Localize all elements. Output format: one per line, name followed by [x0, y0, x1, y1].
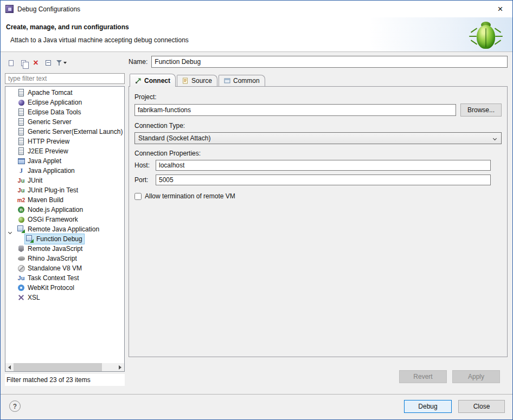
debug-configurations-dialog: Debug Configurations Create, manage, and… — [0, 0, 513, 420]
configurations-tree: Apache Tomcat Eclipse Application Eclips… — [5, 86, 125, 372]
server-icon — [17, 108, 25, 117]
tab-common[interactable]: Common — [219, 75, 265, 86]
header-title: Create, manage, and run configurations — [6, 23, 129, 31]
sidebar-toolbar — [5, 56, 125, 70]
tree-item-junit[interactable]: JUnit — [5, 176, 124, 185]
delete-icon[interactable] — [31, 58, 40, 68]
project-input[interactable] — [134, 104, 456, 116]
tree-item-junit-plugin-test[interactable]: JUnit Plug-in Test — [5, 185, 124, 195]
nodejs-icon — [17, 205, 25, 214]
connection-properties-label: Connection Properties: — [134, 150, 502, 157]
server-icon — [17, 127, 25, 136]
tab-bar: Connect Source Common — [129, 73, 508, 86]
dialog-icon — [5, 5, 14, 13]
java-application-icon — [17, 166, 25, 175]
collapse-all-icon[interactable] — [44, 58, 53, 68]
window-title: Debug Configurations — [17, 5, 80, 13]
name-input[interactable] — [151, 56, 508, 68]
source-icon — [182, 77, 189, 84]
tree-item-java-application[interactable]: Java Application — [5, 166, 124, 176]
common-icon — [224, 77, 230, 84]
apply-button[interactable]: Apply — [452, 370, 500, 383]
tree-item-task-context-test[interactable]: Task Context Test — [5, 273, 124, 283]
tree-item-webkit-protocol[interactable]: WebKit Protocol — [5, 283, 124, 293]
v8-icon — [17, 264, 25, 273]
rhino-icon — [17, 254, 25, 263]
host-label: Host: — [134, 161, 156, 169]
tree-item-eclipse-application[interactable]: Eclipse Application — [5, 98, 124, 107]
tree-item-generic-server[interactable]: Generic Server — [5, 117, 124, 127]
allow-termination-checkbox[interactable] — [134, 193, 142, 200]
new-configuration-icon[interactable] — [7, 58, 15, 68]
osgi-icon — [17, 215, 25, 224]
tree-item-function-debug[interactable]: Function Debug — [5, 234, 124, 244]
header-banner: Create, manage, and run configurations A… — [1, 17, 512, 52]
project-label: Project: — [134, 93, 502, 101]
configuration-editor: Name: Connect Source — [129, 56, 508, 386]
collapse-chevron-icon[interactable] — [8, 230, 12, 234]
junit-plugin-icon — [17, 186, 25, 195]
filter-input[interactable] — [5, 73, 125, 84]
revert-button[interactable]: Revert — [399, 370, 447, 383]
port-label: Port: — [134, 176, 156, 184]
window-close-button[interactable] — [488, 1, 512, 17]
connection-type-label: Connection Type: — [134, 122, 502, 130]
xsl-icon — [17, 293, 25, 302]
connect-tab-panel: Project: Browse... Connection Type: Stan… — [129, 86, 508, 357]
chevron-down-icon — [493, 136, 497, 140]
scroll-left-icon — [8, 365, 11, 370]
tree-item-maven-build[interactable]: Maven Build — [5, 195, 124, 205]
eclipse-icon — [17, 98, 25, 107]
scroll-right-icon — [119, 365, 121, 370]
webkit-icon — [17, 283, 25, 292]
maven-icon — [17, 196, 25, 204]
junit-icon — [17, 176, 25, 185]
help-button[interactable] — [9, 400, 21, 412]
duplicate-icon[interactable] — [19, 58, 28, 68]
tab-connect[interactable]: Connect — [130, 74, 176, 87]
tree-item-remote-java-application[interactable]: Remote Java Application — [5, 224, 124, 234]
tree-item-java-applet[interactable]: Java Applet — [5, 156, 124, 166]
tree-item-apache-tomcat[interactable]: Apache Tomcat — [5, 88, 124, 98]
header-subtitle: Attach to a Java virtual machine accepti… — [10, 36, 189, 44]
connect-icon — [135, 77, 142, 84]
title-bar: Debug Configurations — [1, 1, 512, 17]
tree-item-standalone-v8-vm[interactable]: Standalone V8 VM — [5, 263, 124, 273]
tree-item-j2ee-preview[interactable]: J2EE Preview — [5, 146, 124, 156]
scroll-left-button[interactable] — [5, 363, 14, 371]
scrollbar-thumb[interactable] — [14, 363, 102, 371]
filter-icon[interactable] — [56, 58, 67, 68]
name-label: Name: — [129, 58, 148, 66]
server-icon — [17, 88, 25, 97]
filter-status: Filter matched 23 of 23 items — [5, 374, 125, 386]
remote-java-icon — [17, 225, 25, 234]
scroll-right-button[interactable] — [116, 363, 124, 371]
host-input[interactable] — [156, 160, 491, 171]
debug-button[interactable]: Debug — [404, 400, 452, 413]
tree-item-nodejs-application[interactable]: Node.js Application — [5, 205, 124, 215]
tab-source[interactable]: Source — [177, 75, 217, 86]
browse-button[interactable]: Browse... — [460, 104, 502, 117]
horizontal-scrollbar[interactable] — [5, 363, 124, 371]
tree-item-http-preview[interactable]: HTTP Preview — [5, 137, 124, 146]
tree-item-generic-server-external[interactable]: Generic Server(External Launch) — [5, 127, 124, 137]
server-icon — [17, 147, 25, 156]
sidebar: Apache Tomcat Eclipse Application Eclips… — [5, 56, 125, 386]
remote-java-icon — [25, 235, 34, 243]
tree-item-osgi-framework[interactable]: OSGi Framework — [5, 215, 124, 224]
remote-javascript-icon — [17, 244, 25, 253]
close-button[interactable]: Close — [458, 400, 505, 413]
tree-item-remote-javascript[interactable]: Remote JavaScript — [5, 244, 124, 254]
tree-item-rhino-javascript[interactable]: Rhino JavaScript — [5, 254, 124, 263]
server-icon — [17, 118, 25, 126]
task-context-icon — [17, 274, 25, 282]
allow-termination-label: Allow termination of remote VM — [145, 192, 235, 200]
connection-type-select[interactable]: Standard (Socket Attach) — [134, 132, 502, 144]
tree-item-eclipse-data-tools[interactable]: Eclipse Data Tools — [5, 107, 124, 117]
connection-type-value: Standard (Socket Attach) — [138, 134, 210, 142]
port-input[interactable] — [156, 175, 491, 185]
applet-icon — [17, 157, 25, 165]
tree-item-xsl[interactable]: XSL — [5, 293, 124, 302]
footer: Debug Close — [1, 395, 512, 419]
server-icon — [17, 137, 25, 146]
